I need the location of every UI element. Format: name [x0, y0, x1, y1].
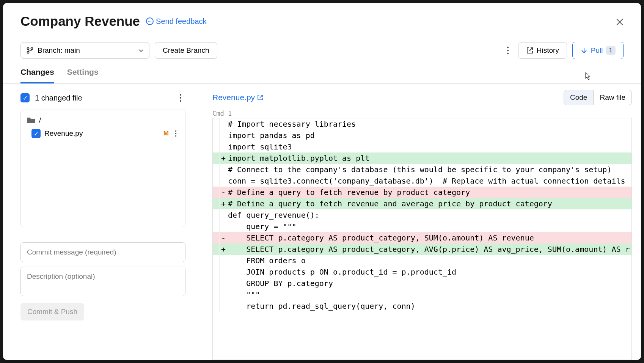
diff-line: + SELECT p.category AS product_category,…	[213, 244, 631, 255]
svg-point-6	[507, 47, 509, 48]
commit-push-button[interactable]: Commit & Push	[20, 303, 84, 321]
select-all-checkbox[interactable]: ✓	[20, 93, 30, 102]
svg-point-2	[151, 21, 151, 22]
branch-select[interactable]: Branch: main	[20, 42, 149, 59]
branch-icon	[26, 47, 34, 54]
tree-file[interactable]: ✓ Revenue.py M	[25, 127, 181, 140]
diff-line: GROUP BY p.category	[213, 278, 631, 289]
diff-line: def query_revenue():	[213, 209, 631, 221]
svg-point-13	[175, 133, 177, 134]
commit-description-input[interactable]	[20, 267, 185, 296]
svg-point-9	[180, 94, 181, 96]
file-checkbox[interactable]: ✓	[31, 129, 41, 138]
svg-point-11	[180, 100, 181, 102]
diff-line: import pandas as pd	[213, 130, 631, 141]
svg-point-10	[180, 97, 181, 99]
tab-changes[interactable]: Changes	[20, 68, 54, 83]
diff-line: query = """	[213, 221, 631, 232]
send-feedback-link[interactable]: Send feedback	[146, 17, 206, 26]
view-toggle: Code Raw file	[564, 90, 632, 105]
tabs: Changes Settings	[3, 63, 641, 84]
modified-badge: M	[163, 130, 169, 137]
git-modal: Company Revenue Send feedback Branch: ma…	[3, 3, 641, 360]
svg-point-0	[148, 21, 149, 22]
cmd-label: Cmd 1	[203, 110, 641, 117]
close-button[interactable]	[615, 14, 630, 30]
feedback-icon	[146, 17, 154, 25]
diff-line: # Connect to the company's database (thi…	[213, 164, 631, 175]
diff-line: JOIN products p ON o.product_id = p.prod…	[213, 266, 631, 278]
file-kebab[interactable]	[173, 130, 179, 137]
modal-header: Company Revenue Send feedback	[3, 3, 641, 33]
svg-point-4	[27, 52, 29, 53]
changed-files-summary: 1 changed file	[35, 94, 82, 102]
pull-count-badge: 1	[606, 46, 616, 55]
create-branch-button[interactable]: Create Branch	[155, 42, 217, 59]
branch-label: Branch: main	[38, 46, 80, 55]
dots-vertical-icon	[179, 94, 182, 102]
view-raw-option[interactable]: Raw file	[594, 90, 631, 105]
dots-vertical-icon	[175, 130, 177, 137]
diff-line: -# Define a query to fetch revenue by pr…	[213, 187, 631, 198]
diff-line: FROM orders o	[213, 255, 631, 266]
toolbar: Branch: main Create Branch History Pull …	[3, 33, 641, 63]
commit-message-input[interactable]	[20, 242, 185, 262]
page-title: Company Revenue	[20, 14, 140, 29]
commit-box: Commit & Push	[20, 242, 185, 321]
view-code-option[interactable]: Code	[564, 90, 594, 105]
diff-panel: Revenue.py Code Raw file Cmd 1 # Import …	[203, 84, 641, 360]
kebab-menu[interactable]	[503, 44, 513, 57]
svg-point-1	[149, 21, 150, 22]
diff-line: # Import necessary libraries	[213, 118, 631, 130]
svg-point-3	[27, 48, 29, 50]
sidebar: ✓ 1 changed file / ✓ Revenue.py M	[3, 84, 203, 360]
diff-line: +import matplotlib.pyplot as plt	[213, 152, 631, 164]
external-link-icon	[257, 94, 263, 101]
history-button[interactable]: History	[518, 42, 567, 59]
diff-line: """	[213, 289, 631, 300]
tree-root[interactable]: /	[25, 114, 181, 127]
feedback-text: Send feedback	[156, 17, 206, 26]
pull-button[interactable]: Pull 1	[572, 42, 624, 59]
svg-point-12	[175, 130, 177, 132]
files-kebab[interactable]	[176, 91, 185, 104]
chevron-down-icon	[138, 48, 144, 53]
folder-icon	[27, 117, 35, 124]
svg-point-7	[507, 50, 509, 51]
diff-line: return pd.read_sql_query(query, conn)	[213, 300, 631, 312]
tab-settings[interactable]: Settings	[67, 68, 99, 83]
diff-line: +# Define a query to fetch revenue and a…	[213, 198, 631, 209]
dots-vertical-icon	[507, 46, 509, 55]
close-icon	[615, 17, 624, 27]
svg-point-5	[31, 48, 33, 50]
external-link-icon	[526, 47, 534, 54]
current-file-link[interactable]: Revenue.py	[212, 93, 263, 102]
svg-point-14	[175, 135, 177, 137]
diff-line: import sqlite3	[213, 141, 631, 152]
pull-arrow-down-icon	[580, 47, 588, 54]
diff-line: - SELECT p.category AS product_category,…	[213, 232, 631, 244]
svg-point-8	[507, 53, 509, 54]
file-tree: / ✓ Revenue.py M	[20, 110, 185, 227]
diff-view: # Import necessary librariesimport panda…	[212, 118, 632, 360]
diff-line: conn = sqlite3.connect('company_database…	[213, 175, 631, 187]
